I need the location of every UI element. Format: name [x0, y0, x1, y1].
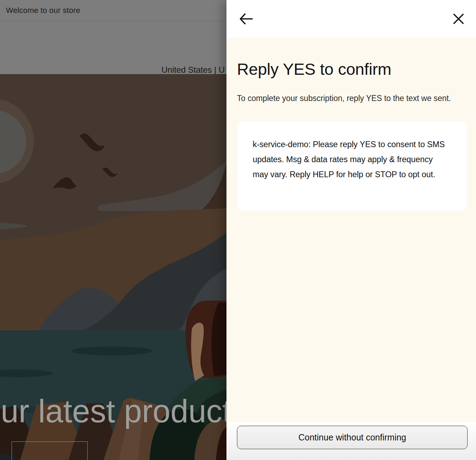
- back-arrow-icon: [239, 13, 254, 25]
- drawer-description: To complete your subscription, reply YES…: [237, 91, 468, 106]
- sms-message-text: k-service-demo: Please reply YES to cons…: [253, 137, 450, 182]
- close-button[interactable]: [453, 13, 464, 25]
- drawer-content: Reply YES to confirm To complete your su…: [226, 38, 476, 211]
- drawer-footer: Continue without confirming: [226, 422, 476, 460]
- shop-all-button[interactable]: Shop all: [12, 441, 88, 460]
- continue-without-confirming-button[interactable]: Continue without confirming: [237, 426, 468, 449]
- close-icon: [453, 13, 464, 25]
- announcement-text: Welcome to our store: [6, 6, 80, 15]
- drawer-title: Reply YES to confirm: [237, 59, 467, 79]
- hero-heading: ur latest products: [1, 395, 247, 427]
- sms-confirm-drawer: Reply YES to confirm To complete your su…: [226, 0, 476, 460]
- sms-message-card: k-service-demo: Please reply YES to cons…: [237, 121, 467, 211]
- drawer-header: [226, 0, 476, 38]
- back-button[interactable]: [239, 13, 254, 25]
- country-selector[interactable]: United States | U: [161, 65, 225, 75]
